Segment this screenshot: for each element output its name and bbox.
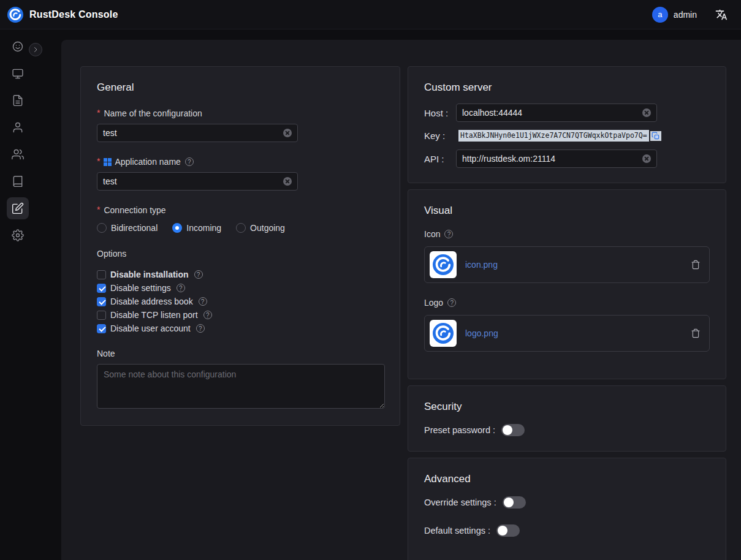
override-settings-label: Override settings :: [424, 498, 496, 507]
host-row: Host :: [424, 104, 710, 122]
radio-control[interactable]: [236, 223, 246, 233]
sidebar-expand-button[interactable]: [29, 43, 42, 56]
radio-label: Bidirectional: [111, 223, 158, 233]
application-name-label-text: Application name: [115, 157, 180, 167]
edit-icon: [7, 197, 29, 219]
checkbox-label: Disable installation: [110, 270, 189, 279]
note-label: Note: [97, 349, 384, 358]
radio-bidirectional[interactable]: Bidirectional: [97, 223, 158, 233]
avatar[interactable]: a: [652, 7, 668, 23]
preset-password-row: Preset password :: [424, 424, 710, 436]
config-name-input[interactable]: [103, 128, 283, 138]
checkbox-item[interactable]: Disable installation: [97, 268, 384, 281]
custom-server-card: Custom server Host : Key : HtaXBkJNH: [408, 66, 726, 183]
checkbox-item[interactable]: Disable address book: [97, 295, 384, 308]
preset-password-toggle[interactable]: [501, 424, 525, 436]
icon-label-text: Icon: [424, 229, 440, 239]
checkbox-control[interactable]: [97, 297, 106, 306]
logo-file-link[interactable]: logo.png: [465, 328, 691, 338]
logo-label: Logo: [424, 298, 710, 308]
icon-file-box: icon.png: [424, 246, 710, 283]
checkbox-item[interactable]: Disable user account: [97, 322, 384, 335]
copy-icon[interactable]: [650, 131, 661, 141]
radio-control[interactable]: [97, 223, 107, 233]
options-label: Options: [97, 249, 384, 259]
app-root: RustDesk Console a admin: [0, 0, 741, 560]
key-label: Key :: [424, 131, 456, 141]
topbar-right: a admin: [652, 7, 728, 23]
options-group: Disable installationDisable settingsDisa…: [97, 268, 384, 335]
radio-control[interactable]: [172, 223, 182, 233]
visual-card: Visual Icon: [408, 189, 726, 379]
clear-icon[interactable]: [642, 108, 651, 117]
sidebar-item-users[interactable]: [0, 114, 36, 141]
api-input[interactable]: [462, 154, 642, 164]
help-icon[interactable]: [185, 157, 194, 166]
key-row: Key : HtaXBkJNHyn0e1U1jWXze7A7CN7QTGWqxk…: [424, 130, 710, 142]
translate-icon[interactable]: [715, 9, 728, 21]
trash-icon[interactable]: [691, 328, 701, 338]
host-label: Host :: [424, 108, 456, 118]
advanced-card: Advanced Override settings : Default set…: [408, 458, 726, 560]
help-icon[interactable]: [444, 230, 453, 238]
icon-preview: [430, 251, 457, 278]
sidebar-item-devices[interactable]: [0, 60, 36, 87]
radio-incoming[interactable]: Incoming: [172, 223, 221, 233]
connection-type-label: Connection type: [97, 205, 384, 215]
checkbox-label: Disable user account: [110, 324, 191, 333]
key-value[interactable]: HtaXBkJNHyn0e1U1jWXze7A7CN7QTGWqxkOtpaVp…: [458, 130, 649, 142]
user-icon: [7, 116, 29, 138]
document-icon: [7, 89, 29, 112]
checkbox-label: Disable TCP listen port: [110, 310, 198, 320]
api-label: API :: [424, 154, 456, 164]
sidebar: [0, 29, 36, 560]
trash-icon[interactable]: [691, 260, 701, 270]
help-icon[interactable]: [194, 270, 203, 279]
logo-label-text: Logo: [424, 298, 443, 308]
clear-icon[interactable]: [642, 154, 651, 163]
rustdesk-logo-icon: [433, 323, 454, 344]
logo-file-box: logo.png: [424, 315, 710, 352]
checkbox-control[interactable]: [97, 311, 106, 320]
sidebar-item-logs[interactable]: [0, 168, 36, 195]
application-name-label: Application name: [97, 157, 384, 167]
help-icon[interactable]: [199, 297, 207, 306]
api-row: API :: [424, 149, 710, 168]
clear-icon[interactable]: [283, 177, 292, 186]
radio-label: Outgoing: [250, 223, 285, 233]
checkbox-item[interactable]: Disable settings: [97, 281, 384, 295]
content-panel: General Name of the configuration: [61, 40, 741, 560]
checkbox-control[interactable]: [97, 270, 106, 279]
security-card: Security Preset password :: [408, 385, 726, 452]
radio-outgoing[interactable]: Outgoing: [236, 223, 285, 233]
default-settings-label: Default settings :: [424, 526, 490, 535]
security-title: Security: [424, 401, 710, 413]
override-settings-row: Override settings :: [424, 496, 710, 509]
checkbox-item[interactable]: Disable TCP listen port: [97, 308, 384, 322]
general-title: General: [97, 81, 384, 94]
default-settings-toggle[interactable]: [496, 524, 520, 537]
help-icon[interactable]: [203, 311, 212, 319]
checkbox-control[interactable]: [97, 324, 106, 333]
clear-icon[interactable]: [283, 129, 292, 137]
config-name-field: [97, 124, 298, 142]
help-icon[interactable]: [177, 284, 185, 292]
left-column: General Name of the configuration: [80, 66, 400, 426]
username: admin: [674, 10, 697, 20]
icon-file-link[interactable]: icon.png: [465, 260, 691, 270]
sidebar-item-groups[interactable]: [0, 141, 36, 168]
custom-server-title: Custom server: [424, 81, 710, 94]
sidebar-item-configurations[interactable]: [0, 195, 36, 222]
brand[interactable]: RustDesk Console: [7, 7, 118, 23]
checkbox-control[interactable]: [97, 284, 106, 293]
config-name-label: Name of the configuration: [97, 108, 384, 118]
override-settings-toggle[interactable]: [503, 496, 526, 509]
sidebar-item-settings[interactable]: [0, 222, 36, 249]
help-icon[interactable]: [447, 298, 456, 307]
sidebar-item-audit[interactable]: [0, 87, 36, 114]
host-input[interactable]: [462, 108, 642, 118]
user-menu[interactable]: a admin: [652, 7, 697, 23]
note-textarea[interactable]: [97, 364, 385, 409]
help-icon[interactable]: [196, 324, 205, 333]
application-name-input[interactable]: [103, 176, 283, 186]
